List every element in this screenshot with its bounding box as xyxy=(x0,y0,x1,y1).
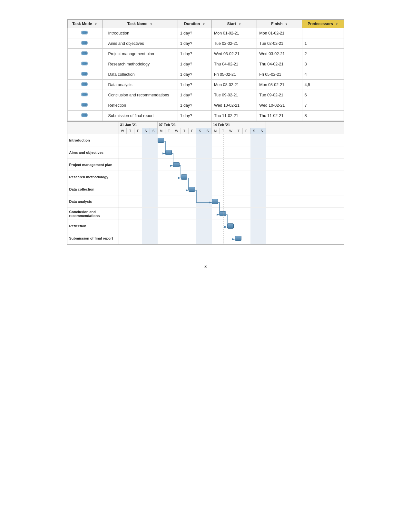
col-header-task-name[interactable]: Task Name ▼ xyxy=(102,20,178,28)
gantt-task-label: Data collection xyxy=(67,183,119,195)
gantt-bar xyxy=(158,138,164,143)
col-header-task-mode[interactable]: Task Mode ▼ xyxy=(67,20,102,28)
task-mode-cell xyxy=(67,49,102,59)
task-start-cell: Tue 09-02-21 xyxy=(211,90,257,100)
task-mode-cell xyxy=(67,69,102,80)
filter-arrow-task-mode[interactable]: ▼ xyxy=(94,23,97,26)
col-header-duration[interactable]: Duration ▼ xyxy=(178,20,211,28)
task-start-cell: Wed 10-02-21 xyxy=(211,100,257,111)
task-duration-cell: 1 day? xyxy=(178,49,211,59)
gantt-week-row: 31 Jan '2107 Feb '2114 Feb '21 xyxy=(119,122,344,128)
gantt-day-cell: T xyxy=(165,128,173,134)
col-header-predecessors[interactable]: Predecessors ▼ xyxy=(302,20,344,28)
task-name-cell: Data analysis xyxy=(102,80,178,90)
task-duration-cell: 1 day? xyxy=(178,69,211,80)
task-predecessors-cell xyxy=(302,28,344,38)
task-predecessors-cell: 7 xyxy=(302,100,344,111)
task-start-cell: Wed 03-02-21 xyxy=(211,49,257,59)
gantt-bars-area xyxy=(119,134,344,244)
gantt-task-label: Data analysis xyxy=(67,195,119,208)
task-name-cell: Project management plan xyxy=(102,49,178,59)
gantt-day-cell: S xyxy=(250,128,258,134)
gantt-task-label: Submission of final report xyxy=(67,232,119,244)
task-start-cell: Thu 11-02-21 xyxy=(211,111,257,121)
gantt-bar-row xyxy=(119,146,344,159)
page-number: 8 xyxy=(204,264,207,269)
gantt-bar-row xyxy=(119,195,344,208)
svg-rect-4 xyxy=(83,42,86,44)
gantt-day-cell: W xyxy=(119,128,127,134)
gantt-day-cell: S xyxy=(196,128,204,134)
svg-rect-10 xyxy=(83,63,86,64)
gantt-bar-row xyxy=(119,134,344,146)
table-row: Aims and objectives1 day?Tue 02-02-21Tue… xyxy=(67,38,344,49)
task-finish-cell: Wed 10-02-21 xyxy=(257,100,302,111)
gantt-day-cell: T xyxy=(235,128,243,134)
gantt-task-label: Reflection xyxy=(67,220,119,232)
gantt-table-section: Task Mode ▼ Task Name ▼ Duration ▼ Start… xyxy=(67,19,344,121)
task-mode-icon xyxy=(81,71,88,76)
filter-arrow-task-name[interactable]: ▼ xyxy=(150,23,153,26)
col-header-finish[interactable]: Finish ▼ xyxy=(257,20,302,28)
task-predecessors-cell: 6 xyxy=(302,90,344,100)
gantt-header: 31 Jan '2107 Feb '2114 Feb '21WTFSSMTWTF… xyxy=(67,122,344,134)
gantt-day-cell: S xyxy=(258,128,266,134)
gantt-task-label: Aims and objectives xyxy=(67,146,119,159)
gantt-day-cell: T xyxy=(220,128,227,134)
gantt-day-cell: S xyxy=(204,128,212,134)
task-mode-cell xyxy=(67,28,102,38)
table-row: Conclusion and recommendations1 day?Tue … xyxy=(67,90,344,100)
gantt-table: Task Mode ▼ Task Name ▼ Duration ▼ Start… xyxy=(67,20,344,121)
filter-arrow-duration[interactable]: ▼ xyxy=(202,23,205,26)
task-mode-icon xyxy=(81,61,88,66)
task-finish-cell: Tue 02-02-21 xyxy=(257,38,302,49)
svg-rect-16 xyxy=(83,83,86,85)
task-mode-cell xyxy=(67,38,102,49)
gantt-task-label: Introduction xyxy=(67,134,119,146)
gantt-bar xyxy=(181,174,187,180)
task-start-cell: Tue 02-02-21 xyxy=(211,38,257,49)
task-mode-cell xyxy=(67,59,102,69)
task-finish-cell: Wed 03-02-21 xyxy=(257,49,302,59)
filter-arrow-predecessors[interactable]: ▼ xyxy=(335,23,338,26)
gantt-week-cell: 07 Feb '21 xyxy=(158,122,212,128)
svg-rect-7 xyxy=(83,52,86,54)
task-duration-cell: 1 day? xyxy=(178,38,211,49)
task-mode-cell xyxy=(67,111,102,121)
svg-rect-22 xyxy=(83,104,86,106)
filter-arrow-finish[interactable]: ▼ xyxy=(285,23,288,26)
task-start-cell: Mon 01-02-21 xyxy=(211,28,257,38)
task-mode-cell xyxy=(67,80,102,90)
task-finish-cell: Thu 04-02-21 xyxy=(257,59,302,69)
task-mode-icon xyxy=(81,113,88,118)
col-header-start[interactable]: Start ▼ xyxy=(211,20,257,28)
task-name-cell: Research methodology xyxy=(102,59,178,69)
task-finish-cell: Tue 09-02-21 xyxy=(257,90,302,100)
gantt-task-label: Project management plan xyxy=(67,159,119,171)
task-start-cell: Mon 08-02-21 xyxy=(211,80,257,90)
gantt-day-cell: T xyxy=(181,128,189,134)
gantt-chart-section: 31 Jan '2107 Feb '2114 Feb '21WTFSSMTWTF… xyxy=(67,121,344,245)
table-row: Submission of final report1 day?Thu 11-0… xyxy=(67,111,344,121)
task-predecessors-cell: 1 xyxy=(302,38,344,49)
gantt-day-cell: M xyxy=(212,128,220,134)
gantt-bar-row xyxy=(119,220,344,232)
gantt-week-cell: 31 Jan '21 xyxy=(119,122,158,128)
task-predecessors-cell: 3 xyxy=(302,59,344,69)
task-name-cell: Introduction xyxy=(102,28,178,38)
gantt-bar xyxy=(227,223,234,229)
gantt-bar-row xyxy=(119,171,344,183)
filter-arrow-start[interactable]: ▼ xyxy=(239,23,241,26)
gantt-day-cell: M xyxy=(158,128,165,134)
gantt-bar-row xyxy=(119,159,344,171)
gantt-bar xyxy=(220,211,226,216)
gantt-bar-row xyxy=(119,208,344,220)
gantt-day-cell: F xyxy=(189,128,196,134)
task-finish-cell: Thu 11-02-21 xyxy=(257,111,302,121)
task-mode-icon xyxy=(81,102,88,107)
task-duration-cell: 1 day? xyxy=(178,90,211,100)
gantt-day-cell: F xyxy=(134,128,142,134)
gantt-left-spacer xyxy=(67,122,119,134)
gantt-week-cell: 14 Feb '21 xyxy=(212,122,266,128)
gantt-timeline-header: 31 Jan '2107 Feb '2114 Feb '21WTFSSMTWTF… xyxy=(119,122,344,134)
